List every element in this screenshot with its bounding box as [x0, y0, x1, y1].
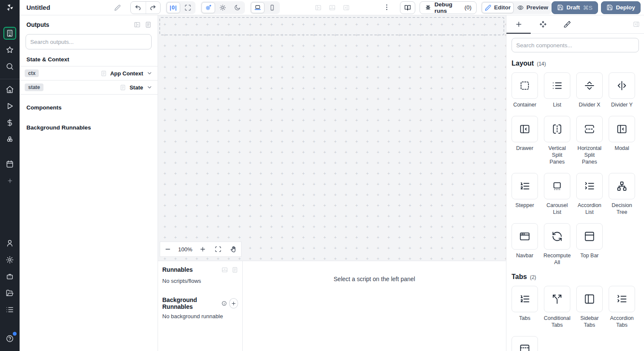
component-container[interactable]: Container — [512, 72, 538, 109]
rail-item-home[interactable] — [3, 83, 16, 96]
outputs-doc-icon[interactable] — [145, 21, 152, 28]
section-count: (2) — [530, 274, 536, 280]
rail-item-schedules[interactable] — [3, 158, 16, 170]
windmill-logo-icon — [5, 3, 14, 12]
rail-item-add[interactable] — [3, 174, 16, 187]
rail-item-apps[interactable] — [3, 27, 16, 40]
mobile-view-button[interactable] — [265, 2, 279, 13]
component-tabs[interactable]: Tabs — [512, 286, 538, 329]
fit-view-button[interactable] — [213, 244, 223, 254]
component-accordion-list[interactable]: Accordion List — [576, 173, 603, 216]
component-divider-y[interactable]: Divider Y — [609, 72, 635, 109]
components-search — [512, 38, 639, 52]
chevron-down-icon[interactable] — [147, 70, 152, 76]
pan-tool-button[interactable] — [228, 244, 239, 254]
component-accordion-tabs[interactable]: Accordion Tabs — [609, 286, 635, 329]
component-conditional-tabs[interactable]: Conditional Tabs — [544, 286, 570, 329]
component-decision-tree[interactable]: Decision Tree — [609, 173, 635, 216]
rail-item-runs[interactable] — [3, 100, 16, 112]
rail-item-variables[interactable] — [3, 116, 16, 129]
rail-item-workers[interactable] — [3, 270, 16, 283]
component-label: Top Bar — [580, 253, 598, 259]
component-recompute-all[interactable]: Recompute All — [544, 223, 570, 266]
output-row-ctx[interactable]: ctxApp Context — [20, 66, 158, 81]
rail-item-logs[interactable] — [3, 303, 16, 316]
components-heading: Components — [26, 104, 158, 111]
collapse-runnables-icon[interactable] — [221, 267, 228, 273]
toggle-left-panel-icon[interactable] — [315, 4, 322, 11]
output-row-label: State — [129, 84, 143, 91]
docs-button[interactable] — [400, 1, 415, 14]
bot-icon — [6, 272, 14, 281]
rail-item-account[interactable] — [3, 237, 16, 250]
component-list[interactable]: List — [544, 72, 570, 109]
select-script-placeholder: Select a script on the left panel — [334, 276, 415, 351]
help-icon — [6, 334, 14, 343]
component-label: Accordion Tabs — [609, 315, 635, 329]
runnables-doc-icon[interactable] — [232, 267, 238, 273]
component-carousel-list[interactable]: Carousel List — [544, 173, 570, 216]
output-row-state[interactable]: stateState — [20, 81, 158, 95]
zoom-out-button[interactable] — [163, 244, 173, 254]
edit-title-icon[interactable] — [114, 4, 121, 11]
rail-item-folders[interactable] — [3, 287, 16, 299]
editor-mode-button[interactable]: Editor — [482, 2, 514, 13]
dark-theme-button[interactable] — [230, 2, 244, 13]
desktop-view-button[interactable] — [251, 2, 264, 13]
user-icon — [6, 239, 14, 247]
expand-canvas-button[interactable] — [181, 2, 195, 13]
accordion-icon — [616, 293, 627, 305]
outputs-search-input[interactable] — [30, 39, 147, 45]
sidebar-rail — [0, 0, 20, 351]
canvas-zoom-toolbar: 100% — [160, 242, 242, 257]
component-unnamed[interactable] — [512, 336, 538, 351]
debug-runs-button[interactable]: Debug runs(0) — [420, 1, 477, 14]
building-icon — [6, 29, 14, 37]
collapse-right-panel-icon[interactable] — [633, 21, 640, 28]
components-search-input[interactable] — [516, 42, 634, 49]
component-divider-x[interactable]: Divider X — [576, 72, 603, 109]
home-icon — [6, 85, 14, 94]
more-menu-button[interactable] — [383, 3, 391, 12]
preview-mode-button[interactable]: Preview — [515, 2, 551, 13]
toggle-right-panel-icon[interactable] — [343, 4, 350, 11]
tab-styling[interactable] — [555, 15, 579, 33]
component-navbar[interactable]: Navbar — [512, 223, 538, 266]
light-theme-button[interactable] — [216, 2, 230, 13]
output-id-badge: ctx — [25, 69, 39, 77]
search-icon — [6, 62, 14, 71]
tab-component-settings[interactable] — [531, 15, 555, 33]
zoom-in-button[interactable] — [198, 244, 208, 254]
rail-item-help[interactable] — [3, 332, 16, 345]
auto-theme-button[interactable] — [201, 2, 215, 13]
redo-button[interactable] — [146, 2, 160, 14]
resources-icon — [6, 135, 14, 144]
add-background-runnable-button[interactable] — [229, 298, 238, 308]
state-context-heading: State & Context — [26, 56, 158, 63]
undo-button[interactable] — [131, 2, 145, 14]
calendar-icon — [6, 160, 14, 168]
component-drawer[interactable]: Drawer — [512, 116, 538, 166]
canvas-grid-pattern: +++++++++++++++++++++++++++++++++ ++++++… — [158, 15, 506, 261]
component-top-bar[interactable]: Top Bar — [576, 223, 603, 266]
rail-item-favorites[interactable] — [3, 43, 16, 56]
component-vertical-split-panes[interactable]: Vertical Split Panes — [544, 116, 570, 166]
component-modal[interactable]: Modal — [609, 116, 635, 166]
toggle-bottom-panel-icon[interactable] — [329, 4, 336, 11]
windmill-logo[interactable] — [0, 0, 20, 15]
chevron-down-icon[interactable] — [147, 84, 152, 90]
empty-grid-drop-zone[interactable] — [159, 17, 504, 35]
reset-zoom-button[interactable]: |0| — [167, 2, 180, 13]
draft-button[interactable]: Draft ⌘S — [552, 1, 598, 14]
component-label: Divider X — [579, 102, 601, 109]
collapse-outputs-icon[interactable] — [134, 21, 141, 28]
component-stepper[interactable]: Stepper — [512, 173, 538, 216]
component-horizontal-split-panes[interactable]: Horizontal Split Panes — [576, 116, 603, 166]
app-canvas[interactable]: +++++++++++++++++++++++++++++++++ ++++++… — [158, 15, 506, 261]
tab-insert-component[interactable] — [506, 15, 531, 33]
rail-item-search[interactable] — [3, 60, 16, 73]
rail-item-settings[interactable] — [3, 253, 16, 266]
deploy-button[interactable]: Deploy — [601, 1, 641, 14]
rail-item-resources[interactable] — [3, 133, 16, 146]
component-sidebar-tabs[interactable]: Sidebar Tabs — [576, 286, 603, 329]
